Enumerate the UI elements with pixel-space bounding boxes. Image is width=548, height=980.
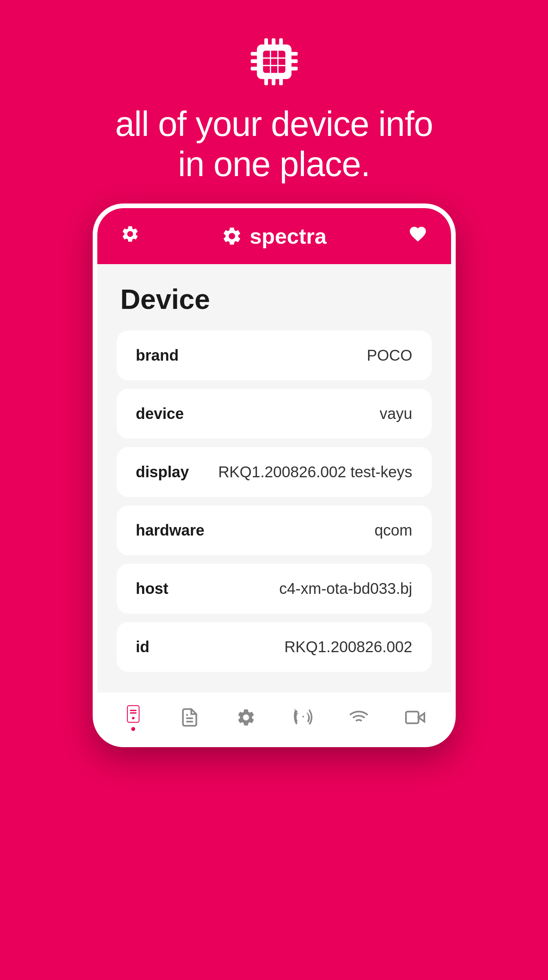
host-label: host xyxy=(136,580,168,597)
hardware-value: qcom xyxy=(375,522,412,539)
hero-section: all of your device info in one place. xyxy=(115,0,433,184)
app-title: spectra xyxy=(221,224,326,249)
svg-rect-13 xyxy=(251,59,258,63)
svg-point-19 xyxy=(132,717,134,720)
heart-icon[interactable] xyxy=(408,224,428,248)
svg-rect-26 xyxy=(406,712,419,723)
info-card-display: display RKQ1.200826.002 test-keys xyxy=(117,447,432,497)
info-card-host: host c4-xm-ota-bd033.bj xyxy=(117,564,432,614)
app-body: Device brand POCO device vayu display RK… xyxy=(97,264,451,692)
id-label: id xyxy=(136,638,150,656)
device-value: vayu xyxy=(380,405,412,422)
nav-item-wifi[interactable] xyxy=(349,707,369,727)
nav-item-device[interactable] xyxy=(123,704,143,731)
id-value: RKQ1.200826.002 xyxy=(284,638,412,656)
svg-rect-20 xyxy=(130,710,136,711)
app-name: spectra xyxy=(249,224,326,249)
svg-rect-8 xyxy=(279,38,283,46)
svg-rect-15 xyxy=(290,52,297,56)
nav-active-dot xyxy=(131,727,135,731)
app-header: spectra xyxy=(97,208,451,264)
settings-icon[interactable] xyxy=(120,224,140,248)
bottom-nav xyxy=(97,692,451,743)
svg-rect-10 xyxy=(271,78,275,85)
brand-value: POCO xyxy=(367,347,412,364)
phone-mockup: spectra Device brand POCO device vayu di… xyxy=(93,203,456,747)
svg-rect-21 xyxy=(130,712,136,714)
info-card-device: device vayu xyxy=(117,389,432,439)
svg-marker-25 xyxy=(418,713,424,722)
host-value: c4-xm-ota-bd033.bj xyxy=(279,580,412,597)
display-label: display xyxy=(136,463,189,481)
display-value: RKQ1.200826.002 test-keys xyxy=(218,463,412,481)
nav-item-cpu[interactable] xyxy=(236,707,256,727)
svg-rect-1 xyxy=(263,51,285,73)
page-title: Device xyxy=(117,283,432,315)
svg-rect-16 xyxy=(290,59,297,63)
brand-label: brand xyxy=(136,347,179,364)
info-card-id: id RKQ1.200826.002 xyxy=(117,622,432,672)
nav-item-camera[interactable] xyxy=(405,707,425,727)
svg-rect-6 xyxy=(264,38,268,46)
info-card-hardware: hardware qcom xyxy=(117,505,432,555)
nav-item-file[interactable] xyxy=(180,707,200,727)
chip-icon xyxy=(243,31,305,93)
svg-rect-17 xyxy=(290,67,297,71)
hardware-label: hardware xyxy=(136,522,205,539)
hero-title: all of your device info in one place. xyxy=(115,104,433,184)
svg-rect-11 xyxy=(279,78,283,85)
svg-rect-7 xyxy=(271,38,275,46)
device-label: device xyxy=(136,405,184,422)
phone-screen: spectra Device brand POCO device vayu di… xyxy=(97,208,451,743)
svg-rect-14 xyxy=(251,67,258,71)
nav-item-signal[interactable] xyxy=(292,707,312,727)
svg-rect-12 xyxy=(251,52,258,56)
svg-rect-9 xyxy=(264,78,268,85)
svg-rect-18 xyxy=(127,705,139,722)
info-card-brand: brand POCO xyxy=(117,331,432,380)
